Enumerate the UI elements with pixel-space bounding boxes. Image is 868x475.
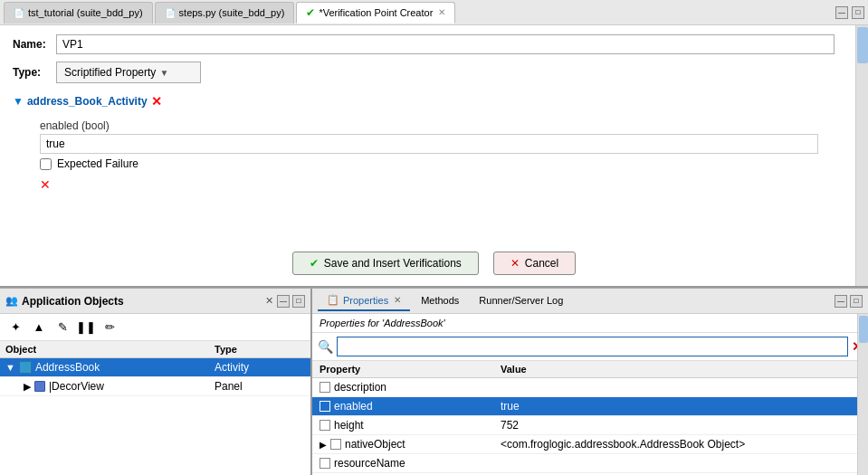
prop-section: enabled (bool) bbox=[40, 119, 855, 154]
expected-failure-checkbox[interactable] bbox=[40, 158, 52, 170]
tab-bar: 📄 tst_tutorial (suite_bdd_py) 📄 steps.py… bbox=[0, 0, 868, 25]
window-controls: — □ bbox=[835, 6, 868, 19]
prop-value-input[interactable] bbox=[40, 134, 818, 154]
tab-methods[interactable]: Methods bbox=[412, 291, 468, 311]
prop-name-nativeobject: nativeObject bbox=[345, 438, 405, 451]
left-panel-toolbar: ✦ ▲ ✎ ❚❚ ✏ bbox=[0, 314, 310, 341]
toolbar-btn-up[interactable]: ▲ bbox=[29, 318, 49, 337]
dropdown-arrow-icon: ▼ bbox=[159, 68, 168, 78]
props-row-enabled[interactable]: enabled true bbox=[312, 397, 868, 416]
runner-log-tab-label: Runner/Server Log bbox=[479, 295, 563, 306]
properties-tab-label: Properties bbox=[343, 295, 388, 306]
prop-name: enabled (bool) bbox=[40, 119, 855, 132]
object-col-header: Object bbox=[5, 344, 215, 355]
left-panel-header: 👥 Application Objects ✕ — □ bbox=[0, 289, 310, 314]
file-icon: 📄 bbox=[14, 8, 24, 18]
expand-addressbook[interactable]: ▼ bbox=[5, 362, 15, 373]
name-label: Name: bbox=[13, 38, 49, 51]
props-title: Properties for 'AddressBook' bbox=[312, 314, 868, 333]
right-panel: 📋 Properties ✕ Methods Runner/Server Log… bbox=[312, 289, 868, 475]
error-icon[interactable]: ✕ bbox=[40, 177, 855, 192]
tree-table-header: Object Type bbox=[0, 341, 310, 358]
methods-tab-label: Methods bbox=[421, 295, 459, 306]
addressbook-label: AddressBook bbox=[35, 361, 100, 374]
right-panel-scrollbar[interactable] bbox=[857, 314, 868, 475]
decorview-label: |DecorView bbox=[49, 380, 104, 393]
cancel-button[interactable]: ✕ Cancel bbox=[493, 252, 576, 275]
type-select[interactable]: Scriptified Property ▼ bbox=[56, 62, 201, 83]
prop-check-description[interactable] bbox=[320, 382, 330, 393]
minimize-btn[interactable]: — bbox=[835, 6, 848, 19]
main-panel: Name: Type: Scriptified Property ▼ ▼ add… bbox=[0, 25, 868, 288]
cancel-button-label: Cancel bbox=[525, 257, 558, 270]
props-row-resourcename[interactable]: resourceName bbox=[312, 454, 868, 473]
props-row-height[interactable]: height 752 bbox=[312, 416, 868, 435]
tab-vp-close[interactable]: ✕ bbox=[438, 7, 445, 17]
tree-row-addressbook[interactable]: ▼ AddressBook Activity bbox=[0, 358, 310, 377]
left-panel-tab-close-icon: ✕ bbox=[265, 295, 273, 307]
right-tabs: 📋 Properties ✕ Methods Runner/Server Log bbox=[318, 290, 833, 311]
file-icon-2: 📄 bbox=[165, 8, 176, 18]
addressbook-icon bbox=[19, 361, 32, 374]
search-row: 🔍 ✕ bbox=[312, 333, 868, 361]
props-row-description[interactable]: description bbox=[312, 378, 868, 397]
app-objects-icon: 👥 bbox=[5, 295, 18, 307]
tab-vp-creator[interactable]: ✔ *Verification Point Creator ✕ bbox=[296, 2, 455, 24]
type-label: Type: bbox=[13, 66, 49, 79]
props-row-nativeobject[interactable]: ▶ nativeObject <com.froglogic.addressboo… bbox=[312, 435, 868, 454]
left-panel-minimize[interactable]: — bbox=[277, 295, 290, 308]
props-table: description enabled true height 752 bbox=[312, 378, 868, 475]
prop-check-resourcename[interactable] bbox=[320, 458, 330, 469]
tree-item-label: address_Book_Activity bbox=[27, 95, 148, 108]
tab-steps[interactable]: 📄 steps.py (suite_bdd_py) bbox=[155, 2, 295, 24]
tree-expand-icon[interactable]: ▼ bbox=[13, 95, 24, 108]
right-panel-win-controls: — □ bbox=[835, 295, 863, 308]
button-bar: ✔ Save and Insert Verifications ✕ Cancel bbox=[0, 252, 868, 275]
tab-properties[interactable]: 📋 Properties ✕ bbox=[318, 290, 410, 311]
toolbar-btn-pencil[interactable]: ✏ bbox=[100, 318, 119, 337]
toolbar-btn-pause[interactable]: ❚❚ bbox=[76, 318, 96, 337]
remove-btn[interactable]: ✕ bbox=[151, 94, 162, 109]
main-scrollbar[interactable] bbox=[855, 25, 868, 286]
prop-value-nativeobject: <com.froglogic.addressbook.AddressBook O… bbox=[501, 438, 861, 451]
prop-name-resourcename: resourceName bbox=[334, 457, 405, 470]
tab-vp-creator-label: *Verification Point Creator bbox=[319, 7, 433, 18]
right-panel-header: 📋 Properties ✕ Methods Runner/Server Log… bbox=[312, 289, 868, 314]
props-search-input[interactable] bbox=[337, 337, 848, 356]
type-select-value: Scriptified Property bbox=[64, 66, 156, 79]
properties-tab-close[interactable]: ✕ bbox=[394, 295, 401, 305]
prop-check-nativeobject[interactable] bbox=[330, 439, 341, 450]
decorview-icon bbox=[34, 381, 45, 392]
maximize-btn[interactable]: □ bbox=[852, 6, 864, 19]
prop-value-enabled: true bbox=[501, 400, 861, 413]
cancel-icon: ✕ bbox=[510, 257, 520, 270]
tab-runner-log[interactable]: Runner/Server Log bbox=[470, 291, 572, 311]
expand-decorview[interactable]: ▶ bbox=[24, 381, 31, 393]
left-panel-title: Application Objects bbox=[22, 295, 262, 308]
scroll-thumb bbox=[857, 27, 868, 63]
decorview-type: Panel bbox=[215, 380, 305, 393]
right-panel-minimize[interactable]: — bbox=[835, 295, 847, 308]
toolbar-btn-settings[interactable]: ✦ bbox=[5, 318, 25, 337]
prop-name-description: description bbox=[334, 381, 386, 394]
tab-tst-tutorial[interactable]: 📄 tst_tutorial (suite_bdd_py) bbox=[4, 2, 153, 24]
nativeobject-expand[interactable]: ▶ bbox=[320, 440, 327, 450]
type-row: Type: Scriptified Property ▼ bbox=[13, 62, 855, 83]
tree-row-decorview[interactable]: ▶ |DecorView Panel bbox=[0, 377, 310, 396]
properties-tab-icon: 📋 bbox=[327, 294, 339, 306]
tree-item-row: ▼ address_Book_Activity ✕ bbox=[13, 94, 855, 109]
save-button[interactable]: ✔ Save and Insert Verifications bbox=[292, 252, 479, 275]
toolbar-btn-edit[interactable]: ✎ bbox=[52, 318, 72, 337]
prop-value-height: 752 bbox=[501, 419, 861, 432]
value-col-header: Value bbox=[501, 364, 861, 375]
right-panel-maximize[interactable]: □ bbox=[850, 295, 863, 308]
prop-check-enabled[interactable] bbox=[320, 401, 330, 412]
check-icon: ✔ bbox=[306, 6, 315, 19]
save-icon: ✔ bbox=[310, 257, 319, 270]
search-icon: 🔍 bbox=[318, 339, 333, 354]
name-input[interactable] bbox=[56, 34, 835, 54]
prop-name-enabled: enabled bbox=[334, 400, 373, 413]
left-panel-maximize[interactable]: □ bbox=[292, 295, 305, 308]
tree-table: ▼ AddressBook Activity ▶ |DecorView Pane… bbox=[0, 358, 310, 475]
prop-check-height[interactable] bbox=[320, 420, 330, 431]
